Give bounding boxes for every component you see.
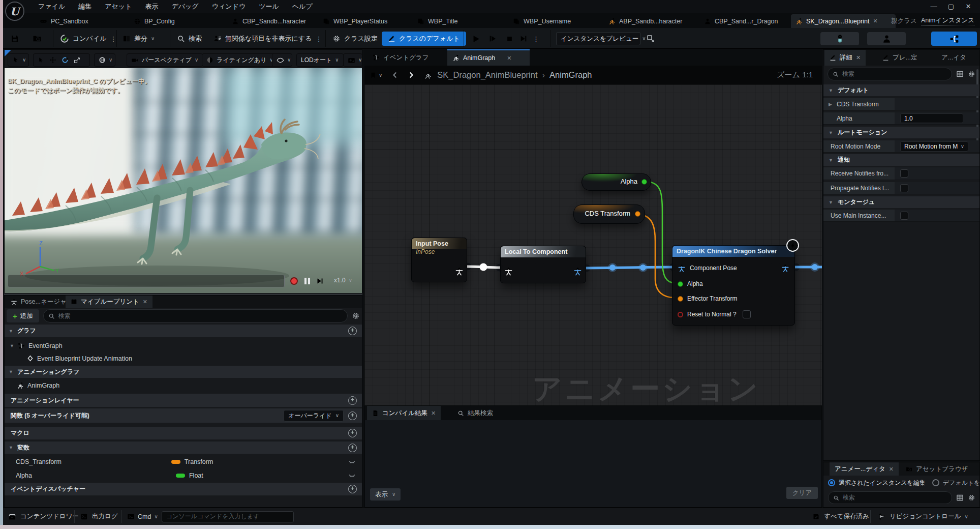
section-default[interactable]: ▼ デフォルト [823,84,979,96]
diff-button[interactable]: 差分 ∨ [122,32,155,45]
tab-my-blueprint[interactable]: マイブループリント ✕ [66,296,152,308]
timeline-scrubber[interactable] [8,275,285,287]
menu-help[interactable]: ヘルプ [286,2,319,11]
add-button[interactable]: + 追加 [7,309,39,322]
pin-transform-output[interactable] [635,211,640,217]
variable-row-alpha[interactable]: Alpha Float [5,469,362,481]
browse-asset-button[interactable] [33,32,42,45]
blueprint-mode-button[interactable] [931,32,977,46]
tab-event-graph[interactable]: イベントグラフ [368,49,434,66]
view-mode-dropdown[interactable]: ライティングあり∨ [202,53,278,67]
preview-object-picker-button[interactable] [647,32,655,45]
playback-speed-dropdown[interactable]: x1.0 ∨ [334,277,352,284]
select-tool-icon[interactable] [38,57,44,64]
record-button[interactable] [290,277,298,285]
menu-edit[interactable]: 編集 [72,2,98,11]
output-log-button[interactable]: 出力ログ [80,508,118,525]
pin-reset-to-normal-input[interactable] [678,312,683,317]
asset-tab-abp-sandbox-character[interactable]: ABP_Sandb...haracter [604,14,687,28]
tab-asset-editor[interactable]: ア...イタ [936,50,971,66]
scale-tool-icon[interactable] [74,57,80,64]
receive-notifies-checkbox[interactable] [900,169,908,178]
pin-component-pose-output[interactable] [573,267,582,276]
save-button[interactable] [10,32,19,45]
section-event-dispatchers[interactable]: イベントディスパッチャー + [5,483,362,495]
parent-class-link[interactable]: Animインスタンス [921,16,974,25]
add-variable-icon[interactable]: + [348,444,357,452]
breadcrumb-current[interactable]: AnimGraph [549,70,592,80]
rotate-tool-icon[interactable] [62,56,69,64]
node-cds-transform-variable[interactable]: CDS Transform [573,204,645,224]
eye-closed-icon[interactable] [348,458,356,465]
skip-to-end-button[interactable] [519,32,528,45]
pin-pose-output[interactable] [455,267,464,276]
use-main-instance-checkbox[interactable] [900,212,908,220]
menu-asset[interactable]: アセット [98,2,138,11]
reset-to-normal-checkbox[interactable] [743,310,751,318]
edit-selected-instance-radio[interactable] [828,479,835,486]
close-icon[interactable]: ✕ [873,18,877,24]
asset-tab-cbp-sandbox-dragon[interactable]: CBP_Sand...r_Dragon [699,14,782,28]
class-settings-button[interactable]: クラス設定 [332,32,378,45]
show-filter-dropdown[interactable]: 表示 ∨ [370,488,401,501]
close-icon[interactable]: ✕ [431,410,436,417]
pin-float-output[interactable] [641,179,647,185]
tab-preview-settings[interactable]: プレ...定 [877,50,923,66]
step-forward-button[interactable] [316,277,324,285]
node-input-pose[interactable]: Input Pose InPose [411,238,467,282]
nav-back-icon[interactable] [391,71,399,79]
show-flags-dropdown[interactable]: ∨ [272,53,292,67]
asset-tab-bp-config[interactable]: BP_Config [129,14,179,28]
class-defaults-button[interactable]: クラスのデフォルト [382,32,466,46]
pin-effector-transform-input[interactable] [678,296,683,302]
add-graph-icon[interactable]: + [348,327,357,335]
tab-asset-browser[interactable]: アセットブラウザ [901,462,973,476]
play-options-icon[interactable]: ⋮ [533,32,539,45]
close-button[interactable]: ✕ [960,3,977,10]
coordinate-space-toggle[interactable]: ∨ [94,53,115,67]
bookmarks-dropdown[interactable]: ∨ [370,72,382,79]
anim-preview-search-input[interactable]: 検索 [828,491,952,504]
section-graphs[interactable]: ▼ グラフ + [5,325,362,337]
close-icon[interactable]: ✕ [143,299,147,305]
panel-settings-gear-icon[interactable] [352,312,360,320]
asset-tab-cbp-sandbox-character[interactable]: CBP_Sandb...haracter [227,14,311,28]
compile-button[interactable]: コンパイル ⋮ [60,32,117,45]
override-dropdown[interactable]: オーバーライド ∨ [284,410,344,422]
anim-preview-gear-icon[interactable] [968,494,975,502]
add-function-icon[interactable]: + [348,412,357,420]
lod-dropdown[interactable]: LODオート∨ [296,53,344,67]
eye-closed-icon[interactable] [348,472,356,479]
tree-row-eventgraph[interactable]: ▼ EventGraph [5,340,362,351]
tab-find-results[interactable]: 結果検索 [452,406,498,420]
asset-tab-wbp-username[interactable]: WBP_Username [508,14,575,28]
add-anim-layer-icon[interactable]: + [348,396,357,405]
asset-tab-pc-sandbox[interactable]: PC_Sandbox [35,14,93,28]
minimize-button[interactable]: — [925,3,942,10]
pin-alpha-input[interactable] [678,281,683,287]
skeleton-mode-button[interactable] [820,32,859,45]
section-functions[interactable]: 関数 (5 オーバーライド可能) オーバーライド ∨ + [5,408,362,423]
cmd-dropdown[interactable]: Cmd ∨ [127,508,158,525]
edit-defaults-radio[interactable] [932,479,939,486]
details-search-input[interactable]: 検索 [828,68,952,80]
stop-button[interactable] [506,32,513,45]
unreal-logo[interactable]: U [5,2,24,21]
breadcrumb-root[interactable]: SK_Dragon_AnimBlueprint [437,70,537,80]
pin-pose-input[interactable] [504,267,513,276]
close-icon[interactable]: ✕ [889,466,894,473]
tree-row-animgraph[interactable]: AnimGraph [5,379,362,391]
variable-row-cds-transform[interactable]: CDS_Transform Transform [5,456,362,467]
tab-details[interactable]: 詳細 ✕ [824,50,866,66]
console-command-input[interactable]: コンソールコマンドを入力します [162,508,294,525]
maximize-button[interactable]: ▢ [942,3,960,10]
menu-view[interactable]: 表示 [138,2,165,11]
clear-button[interactable]: クリア [786,487,818,499]
hide-unrelated-options-icon[interactable]: ⋮ [316,35,322,43]
details-settings-gear-icon[interactable] [968,70,975,78]
section-variables[interactable]: ▼ 変数 + [5,442,362,454]
tab-anim-preview-editor[interactable]: アニメー...ディタ ✕ [830,462,899,476]
all-saved-button[interactable]: すべて保存済み [812,508,869,525]
node-local-to-component[interactable]: Local To Component [500,246,586,283]
add-dispatcher-icon[interactable]: + [348,485,357,493]
